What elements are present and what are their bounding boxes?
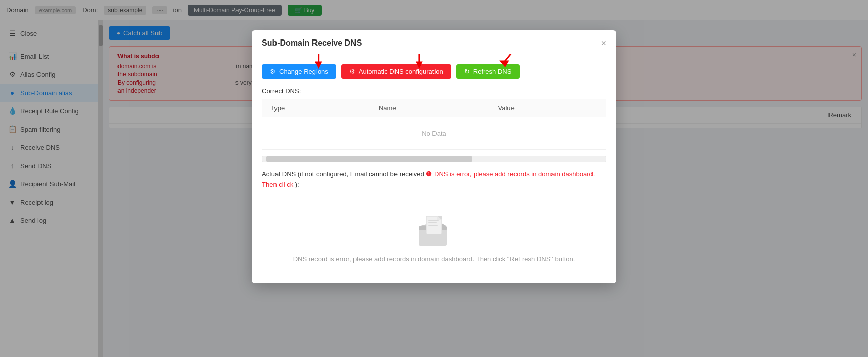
- horizontal-scrollbar[interactable]: [262, 156, 606, 162]
- auto-dns-label: Automatic DNS configuration: [359, 68, 443, 75]
- actual-dns-label: Actual DNS (if not configured, Email can…: [262, 170, 426, 178]
- dns-suffix: ):: [295, 181, 299, 188]
- svg-rect-13: [428, 222, 437, 223]
- correct-dns-label: Correct DNS:: [262, 87, 606, 95]
- change-regions-label: Change Regions: [279, 68, 328, 75]
- modal-close-button[interactable]: ×: [601, 38, 606, 48]
- scrollbar-thumb[interactable]: [266, 156, 472, 162]
- change-regions-button[interactable]: ⚙ Change Regions: [262, 64, 336, 79]
- refresh-dns-label: Refresh DNS: [473, 68, 512, 75]
- refresh-icon: ↻: [464, 68, 470, 75]
- col-name: Name: [371, 99, 490, 117]
- svg-rect-14: [428, 225, 438, 226]
- col-value: Value: [490, 99, 606, 117]
- svg-rect-12: [428, 220, 439, 221]
- empty-icon: [409, 209, 459, 249]
- modal-body: ⚙ Change Regions ⚙ Automatic DNS configu…: [252, 54, 616, 283]
- modal-button-row: ⚙ Change Regions ⚙ Automatic DNS configu…: [262, 64, 606, 79]
- modal-header: Sub-Domain Receive DNS ×: [252, 30, 616, 54]
- dns-table: Type Name Value No Data: [262, 99, 606, 150]
- error-indicator: ❶: [426, 170, 432, 178]
- modal-overlay[interactable]: Sub-Domain Receive DNS ×: [0, 0, 868, 357]
- refresh-dns-button[interactable]: ↻ Refresh DNS: [456, 64, 520, 79]
- empty-text: DNS record is error, please add records …: [293, 255, 575, 263]
- no-data-cell: No Data: [262, 117, 606, 150]
- modal-title: Sub-Domain Receive DNS: [262, 38, 362, 48]
- svg-line-4: [503, 54, 537, 64]
- empty-state: DNS record is error, please add records …: [262, 199, 606, 273]
- col-type: Type: [262, 99, 371, 117]
- modal: Sub-Domain Receive DNS ×: [252, 30, 616, 283]
- settings-icon-red: ⚙: [349, 68, 356, 75]
- actual-dns-section: Actual DNS (if not configured, Email can…: [262, 169, 606, 190]
- auto-dns-button[interactable]: ⚙ Automatic DNS configuration: [341, 64, 451, 79]
- dns-error-link-k[interactable]: ck: [287, 181, 293, 188]
- button-area: ⚙ Change Regions ⚙ Automatic DNS configu…: [262, 64, 606, 79]
- settings-icon: ⚙: [270, 68, 276, 75]
